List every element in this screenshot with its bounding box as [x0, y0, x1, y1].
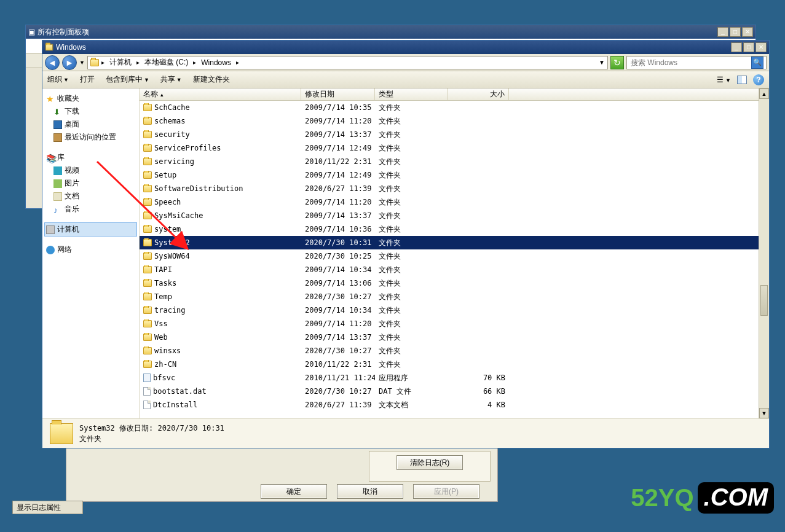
sidebar-libraries[interactable]: 📚库	[45, 151, 136, 164]
vertical-scrollbar[interactable]: ▲ ▼	[759, 88, 769, 418]
file-row[interactable]: servicing2010/11/22 2:31文件夹	[140, 155, 769, 168]
back-button[interactable]: ◄	[45, 55, 60, 70]
file-name-cell[interactable]: Setup	[140, 171, 301, 179]
file-row[interactable]: SysMsiCache2009/7/14 13:37文件夹	[140, 209, 769, 222]
col-date[interactable]: 修改日期	[301, 88, 375, 100]
file-name-cell[interactable]: servicing	[140, 157, 301, 166]
organize-menu[interactable]: 组织▼	[47, 74, 69, 85]
include-library-menu[interactable]: 包含到库中▼	[106, 74, 149, 85]
search-input[interactable]	[629, 58, 751, 68]
file-row[interactable]: winsxs2020/7/30 10:27文件夹	[140, 344, 769, 358]
chevron-right-icon[interactable]: ▸	[101, 59, 105, 66]
preview-pane-button[interactable]	[737, 76, 747, 84]
file-name-cell[interactable]: tracing	[140, 306, 301, 315]
file-row[interactable]: Temp2020/7/30 10:27文件夹	[140, 290, 769, 303]
file-row[interactable]: Speech2009/7/14 11:20文件夹	[140, 195, 769, 209]
file-name-cell[interactable]: TAPI	[140, 265, 301, 274]
col-type[interactable]: 类型	[375, 88, 448, 100]
cancel-button[interactable]: 取消	[337, 484, 403, 499]
file-name-cell[interactable]: bfsvc	[140, 374, 301, 382]
file-row[interactable]: Tasks2009/7/14 13:06文件夹	[140, 276, 769, 290]
file-row[interactable]: SchCache2009/7/14 10:35文件夹	[140, 101, 769, 114]
file-type-cell: 文件夹	[375, 103, 448, 113]
file-name-cell[interactable]: Tasks	[140, 279, 301, 288]
breadcrumb-drive[interactable]: 本地磁盘 (C:)	[142, 57, 191, 68]
file-name-cell[interactable]: winsxs	[140, 346, 301, 355]
file-name-cell[interactable]: SchCache	[140, 103, 301, 112]
breadcrumb-dropdown-icon[interactable]: ▼	[599, 59, 605, 66]
explorer-maximize-button[interactable]: □	[743, 42, 754, 52]
file-row[interactable]: DtcInstall2020/6/27 11:39文本文档4 KB	[140, 398, 769, 412]
file-row[interactable]: ServiceProfiles2009/7/14 12:49文件夹	[140, 141, 769, 155]
file-row[interactable]: Vss2009/7/14 11:20文件夹	[140, 317, 769, 331]
file-row[interactable]: TAPI2009/7/14 10:34文件夹	[140, 263, 769, 276]
open-button[interactable]: 打开	[80, 74, 95, 85]
file-name-cell[interactable]: security	[140, 130, 301, 139]
explorer-minimize-button[interactable]: _	[731, 42, 742, 52]
chevron-right-icon[interactable]: ▸	[136, 59, 140, 66]
file-row[interactable]: Setup2009/7/14 12:49文件夹	[140, 168, 769, 182]
file-row[interactable]: security2009/7/14 13:37文件夹	[140, 128, 769, 141]
col-size[interactable]: 大小	[448, 88, 509, 100]
refresh-button[interactable]: ↻	[610, 56, 624, 69]
breadcrumb-computer[interactable]: 计算机	[107, 57, 134, 68]
file-name-cell[interactable]: Speech	[140, 198, 301, 206]
forward-button[interactable]: ►	[62, 55, 77, 70]
scroll-up-button[interactable]: ▲	[759, 88, 769, 99]
file-name-cell[interactable]: ServiceProfiles	[140, 144, 301, 152]
file-name-cell[interactable]: SysWOW64	[140, 252, 301, 260]
chevron-right-icon[interactable]: ▸	[236, 59, 239, 66]
file-row[interactable]: schemas2009/7/14 11:20文件夹	[140, 114, 769, 128]
scroll-down-button[interactable]: ▼	[759, 408, 769, 418]
clear-log-button[interactable]: 清除日志(R)	[396, 455, 463, 470]
sidebar-music[interactable]: ♪音乐	[45, 203, 136, 216]
file-name-cell[interactable]: SoftwareDistribution	[140, 184, 301, 193]
file-name-cell[interactable]: System32	[140, 238, 301, 247]
file-name-cell[interactable]: zh-CN	[140, 360, 301, 369]
file-name-cell[interactable]: SysMsiCache	[140, 211, 301, 220]
breadcrumb-bar[interactable]: ▸ 计算机 ▸ 本地磁盘 (C:) ▸ Windows ▸ ▼	[87, 56, 608, 69]
sidebar-videos[interactable]: 视频	[45, 164, 136, 177]
file-row[interactable]: zh-CN2010/11/22 2:31文件夹	[140, 358, 769, 371]
file-row[interactable]: bfsvc2010/11/21 11:24应用程序70 KB	[140, 371, 769, 385]
file-name-cell[interactable]: system	[140, 225, 301, 233]
file-name-cell[interactable]: schemas	[140, 117, 301, 125]
sidebar-recent[interactable]: 最近访问的位置	[45, 131, 136, 144]
sidebar-favorites[interactable]: ★收藏夹	[45, 92, 136, 105]
file-row[interactable]: system2009/7/14 10:36文件夹	[140, 222, 769, 236]
new-folder-button[interactable]: 新建文件夹	[193, 74, 230, 85]
search-box[interactable]: 🔍	[626, 56, 767, 69]
file-row[interactable]: SoftwareDistribution2020/6/27 11:39文件夹	[140, 182, 769, 195]
file-row[interactable]: tracing2009/7/14 10:34文件夹	[140, 303, 769, 317]
explorer-close-button[interactable]: ✕	[755, 42, 767, 52]
minimize-button[interactable]: _	[717, 27, 728, 37]
file-name-cell[interactable]: Temp	[140, 292, 301, 301]
close-button[interactable]: ✕	[742, 27, 753, 37]
history-dropdown-icon[interactable]: ▼	[79, 60, 85, 66]
view-options-button[interactable]: ☰ ▼	[717, 76, 731, 84]
file-name-cell[interactable]: DtcInstall	[140, 401, 301, 409]
share-menu[interactable]: 共享▼	[160, 74, 182, 85]
file-row[interactable]: bootstat.dat2020/7/30 10:27DAT 文件66 KB	[140, 385, 769, 398]
breadcrumb-folder[interactable]: Windows	[199, 58, 234, 67]
sidebar-computer[interactable]: 计算机	[45, 223, 136, 236]
maximize-button[interactable]: □	[730, 27, 741, 37]
sidebar-downloads[interactable]: ⬇下载	[45, 105, 136, 118]
chevron-right-icon[interactable]: ▸	[193, 59, 196, 66]
help-icon[interactable]: ?	[753, 74, 764, 85]
file-row[interactable]: SysWOW642020/7/30 10:25文件夹	[140, 249, 769, 263]
file-row[interactable]: System322020/7/30 10:31文件夹	[140, 236, 769, 249]
file-row[interactable]: Web2009/7/14 13:37文件夹	[140, 331, 769, 344]
file-name-cell[interactable]: Vss	[140, 319, 301, 328]
file-name-cell[interactable]: Web	[140, 333, 301, 342]
file-name-cell[interactable]: bootstat.dat	[140, 387, 301, 396]
ok-button[interactable]: 确定	[261, 484, 327, 499]
scroll-thumb[interactable]	[760, 285, 768, 316]
col-name[interactable]: 名称▴	[140, 88, 301, 100]
search-icon[interactable]: 🔍	[751, 57, 763, 69]
sidebar-pictures[interactable]: 图片	[45, 177, 136, 190]
sidebar-network[interactable]: 网络	[45, 243, 136, 256]
explorer-titlebar[interactable]: Windows _ □ ✕	[42, 41, 769, 54]
sidebar-desktop[interactable]: 桌面	[45, 118, 136, 131]
sidebar-documents[interactable]: 文档	[45, 190, 136, 203]
